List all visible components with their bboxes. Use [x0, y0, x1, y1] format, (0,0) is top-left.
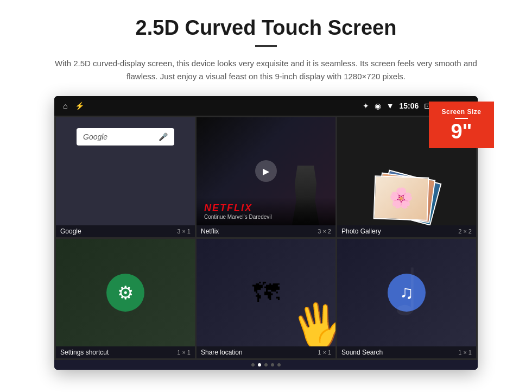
badge-label: Screen Size	[439, 108, 484, 116]
screen-size-badge: Screen Size 9"	[429, 102, 494, 148]
settings-app-cell[interactable]: ⚙ ⚙ Settings shortcut 1 × 1	[56, 239, 195, 359]
photo-card-front: 🌸	[373, 175, 429, 220]
device-screen: ⌂ ⚡ ✦ ◉ ▼ 15:06 ⊡ ◁) ⊠ ▭ Google	[54, 96, 478, 370]
photo-label-row: Photo Gallery 2 × 2	[337, 225, 476, 237]
google-app-size: 3 × 1	[177, 228, 191, 235]
usb-icon: ⚡	[75, 102, 84, 110]
settings-gear-icon: ⚙	[117, 282, 134, 304]
pagination-dot-2[interactable]	[258, 363, 261, 366]
home-icon: ⌂	[63, 102, 67, 110]
google-app-name: Google	[60, 227, 81, 235]
page-title: 2.5D Curved Touch Screen	[136, 16, 397, 40]
netflix-app-cell[interactable]: ▶ NETFLIX Continue Marvel's Daredevil Ne…	[197, 117, 335, 237]
netflix-app-content: ▶ NETFLIX Continue Marvel's Daredevil	[197, 117, 335, 225]
location-icon: ◉	[375, 102, 381, 110]
screen-container: Screen Size 9" ⌂ ⚡ ✦ ◉ ▼ 15:06 ⊡ ◁) ⊠ ▭	[54, 96, 478, 370]
sound-search-content: ♩ ♫	[337, 239, 476, 347]
settings-app-content: ⚙ ⚙	[56, 239, 195, 347]
sound-label-row: Sound Search 1 × 1	[337, 346, 476, 358]
play-button[interactable]: ▶	[255, 160, 277, 182]
settings-app-size: 1 × 1	[177, 349, 191, 356]
netflix-overlay: NETFLIX Continue Marvel's Daredevil	[197, 197, 335, 225]
netflix-logo: NETFLIX	[204, 203, 328, 214]
pagination-dot-3[interactable]	[264, 363, 268, 366]
google-app-cell[interactable]: Google 🎤 Google 3 × 1	[56, 117, 195, 237]
app-grid: Google 🎤 Google 3 × 1 ▶ NETFLI	[54, 116, 478, 360]
netflix-app-size: 3 × 2	[318, 228, 331, 235]
google-logo: Google	[83, 132, 107, 141]
status-time: 15:06	[400, 102, 419, 110]
google-search-bar[interactable]: Google 🎤	[77, 128, 174, 146]
sound-app-name: Sound Search	[341, 349, 383, 356]
share-location-content: 🗺 🖐	[197, 239, 335, 347]
badge-divider	[455, 118, 468, 119]
title-divider	[255, 45, 277, 47]
pagination-dot-4[interactable]	[271, 363, 274, 366]
netflix-label-row: Netflix 3 × 2	[197, 225, 335, 237]
mic-icon: 🎤	[159, 132, 168, 141]
settings-icon-circle: ⚙	[106, 274, 144, 312]
share-app-name: Share location	[201, 349, 243, 356]
share-label-row: Share location 1 × 1	[197, 346, 335, 358]
flower-icon: 🌸	[389, 186, 414, 210]
sound-search-app-cell[interactable]: ♩ ♫ Sound Search 1 × 1	[337, 239, 476, 359]
netflix-app-name: Netflix	[201, 227, 219, 235]
wifi-icon: ▼	[387, 102, 394, 110]
google-app-content: Google 🎤	[56, 117, 195, 225]
netflix-subtitle: Continue Marvel's Daredevil	[204, 214, 328, 220]
share-app-size: 1 × 1	[318, 349, 331, 356]
settings-label-row: Settings shortcut 1 × 1	[56, 346, 195, 358]
sound-bg-icon: ♩	[391, 255, 422, 330]
pagination-dot-1[interactable]	[251, 363, 255, 366]
badge-size-value: 9"	[439, 121, 484, 142]
pagination-dot-5[interactable]	[277, 363, 281, 366]
photo-app-size: 2 × 2	[458, 228, 472, 235]
share-location-app-cell[interactable]: 🗺 🖐 Share location 1 × 1	[197, 239, 335, 359]
google-label-row: Google 3 × 1	[56, 225, 195, 237]
status-left-icons: ⌂ ⚡	[63, 102, 84, 110]
settings-app-name: Settings shortcut	[60, 349, 109, 356]
bluetooth-icon: ✦	[363, 102, 369, 110]
photo-app-name: Photo Gallery	[341, 227, 381, 235]
status-bar: ⌂ ⚡ ✦ ◉ ▼ 15:06 ⊡ ◁) ⊠ ▭	[54, 96, 478, 116]
maps-icon: 🗺	[252, 277, 280, 308]
page-description: With 2.5D curved-display screen, this de…	[54, 57, 478, 83]
photo-stack: 🌸	[374, 171, 428, 225]
pagination-dots	[54, 360, 478, 370]
hand-pointer-icon: 🖐	[288, 296, 335, 346]
sound-app-size: 1 × 1	[458, 349, 472, 356]
